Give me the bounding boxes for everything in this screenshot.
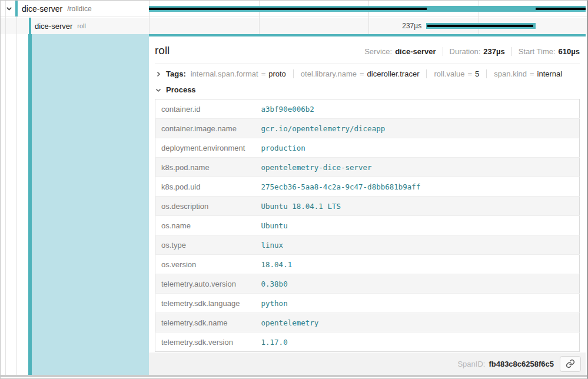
- process-key: container.id: [155, 99, 260, 119]
- table-row: deployment.environmentproduction: [155, 138, 580, 158]
- stat-label: Service:: [364, 47, 392, 56]
- indent-guide: [16, 1, 17, 375]
- span-name-column[interactable]: dice-server roll: [1, 18, 149, 34]
- stat-value: 237µs: [483, 47, 504, 56]
- timeline-row: [149, 1, 586, 16]
- span-name-column[interactable]: dice-server /rolldice: [1, 1, 149, 16]
- tag-key: roll.value: [434, 69, 464, 78]
- tag-summary-item: span.kind = internal: [494, 69, 562, 78]
- table-row: container.ida3bf90e006b2: [155, 99, 580, 119]
- equals-sign: =: [360, 69, 364, 78]
- divider: [443, 47, 443, 56]
- tag-value: 5: [475, 69, 479, 78]
- span-row-rolldice[interactable]: dice-server /rolldice: [1, 1, 587, 17]
- process-value: Ubuntu: [260, 216, 580, 235]
- process-key: os.type: [155, 235, 260, 255]
- divider: [293, 69, 294, 78]
- process-value: 18.04.1: [260, 255, 580, 274]
- process-value: 1.17.0: [260, 333, 580, 352]
- process-value: 0.38b0: [260, 274, 580, 294]
- span-row-roll-selected[interactable]: dice-server roll 237µs: [1, 18, 587, 34]
- table-row: k8s.pod.uid275ecb36-5aa8-4c2a-9c47-d8bb6…: [155, 177, 580, 197]
- stat-label: Duration:: [450, 47, 481, 56]
- deep-link-button[interactable]: [560, 356, 581, 372]
- stat-label: Start Time:: [519, 47, 556, 56]
- process-value: python: [260, 294, 580, 313]
- chevron-down-icon[interactable]: [5, 5, 13, 12]
- process-key: deployment.environment: [155, 138, 260, 158]
- process-label: Process: [166, 85, 196, 94]
- detail-indent-fill: [32, 34, 149, 375]
- table-row: telemetry.sdk.languagepython: [155, 294, 580, 313]
- spanid-label: SpanID:: [457, 360, 485, 368]
- process-key: telemetry.auto.version: [155, 274, 260, 294]
- chevron-right-icon[interactable]: [155, 71, 162, 78]
- span-detail-panel: roll Service: dice-server Duration: 237µ…: [149, 34, 586, 375]
- table-row: container.image.namegcr.io/opentelemetry…: [155, 119, 580, 138]
- span-bar-roll[interactable]: [426, 23, 536, 29]
- critical-path-segment: [149, 8, 427, 10]
- tag-summary-item: internal.span.format = proto: [191, 69, 286, 78]
- stat-value: dice-server: [395, 47, 436, 56]
- span-title: roll: [155, 44, 170, 57]
- span-color-bar: [15, 1, 18, 16]
- process-key: container.image.name: [155, 119, 260, 138]
- process-key: telemetry.sdk.language: [155, 294, 260, 313]
- table-row: os.descriptionUbuntu 18.04.1 LTS: [155, 197, 580, 216]
- equals-sign: =: [468, 69, 473, 78]
- spanid-value: fb483c8c6258f6c5: [489, 360, 554, 368]
- process-key: os.name: [155, 216, 260, 235]
- equals-sign: =: [530, 69, 534, 78]
- tags-label: Tags:: [166, 69, 186, 78]
- table-row: os.version18.04.1: [155, 255, 580, 274]
- process-value: opentelemetry: [260, 313, 580, 333]
- divider: [511, 47, 512, 56]
- tag-summary-item: roll.value = 5: [434, 69, 479, 78]
- divider: [486, 69, 487, 78]
- table-row: telemetry.sdk.version1.17.0: [155, 333, 580, 352]
- span-color-bar: [29, 18, 31, 34]
- tags-accordion-header[interactable]: Tags: internal.span.format = proto otel.…: [155, 64, 580, 84]
- stat-value: 610µs: [559, 47, 580, 56]
- table-row: k8s.pod.nameopentelemetry-dice-server: [155, 158, 580, 177]
- process-key: telemetry.sdk.version: [155, 333, 260, 352]
- chevron-down-icon[interactable]: [155, 87, 162, 94]
- process-value: Ubuntu 18.04.1 LTS: [260, 197, 580, 216]
- tag-value: diceroller.tracer: [367, 69, 420, 78]
- equals-sign: =: [261, 69, 266, 78]
- process-key: k8s.pod.name: [155, 158, 260, 177]
- tag-summary-item: otel.library.name = diceroller.tracer: [301, 69, 420, 78]
- span-detail-footer: SpanID: fb483c8c6258f6c5: [149, 353, 586, 375]
- process-accordion-header[interactable]: Process: [155, 84, 580, 99]
- jaeger-trace-detail-window: dice-server /rolldice dice-server roll 2…: [0, 0, 588, 379]
- process-keyvalue-table: container.ida3bf90e006b2 container.image…: [155, 99, 580, 352]
- process-value: 275ecb36-5aa8-4c2a-9c47-d8bb681b9aff: [260, 177, 580, 197]
- service-name: dice-server: [22, 4, 62, 14]
- service-name: dice-server: [35, 22, 72, 31]
- window-bottom-border: [1, 375, 587, 377]
- indent-guide: [5, 1, 6, 375]
- detail-header: roll Service: dice-server Duration: 237µ…: [155, 44, 580, 57]
- span-detail-body: roll Service: dice-server Duration: 237µ…: [149, 36, 586, 353]
- table-row: os.nameUbuntu: [155, 216, 580, 235]
- tag-key: internal.span.format: [191, 69, 258, 78]
- timeline-row: 237µs: [149, 18, 586, 34]
- critical-path-segment: [427, 25, 533, 27]
- process-key: k8s.pod.uid: [155, 177, 260, 197]
- process-value: linux: [260, 235, 580, 255]
- process-value: production: [260, 138, 580, 158]
- process-key: os.description: [155, 197, 260, 216]
- critical-path-segment: [536, 8, 586, 10]
- process-value: a3bf90e006b2: [260, 99, 580, 119]
- tag-value: internal: [537, 69, 563, 78]
- tag-value: proto: [268, 69, 286, 78]
- table-row: telemetry.sdk.nameopentelemetry: [155, 313, 580, 333]
- process-value: opentelemetry-dice-server: [260, 158, 580, 177]
- span-stats: Service: dice-server Duration: 237µs Sta…: [364, 47, 580, 56]
- tag-key: span.kind: [494, 69, 527, 78]
- table-row: os.typelinux: [155, 235, 580, 255]
- span-bar-rolldice[interactable]: [149, 6, 586, 12]
- table-row: telemetry.auto.version0.38b0: [155, 274, 580, 294]
- span-duration-label: 237µs: [402, 22, 421, 30]
- divider: [426, 69, 427, 78]
